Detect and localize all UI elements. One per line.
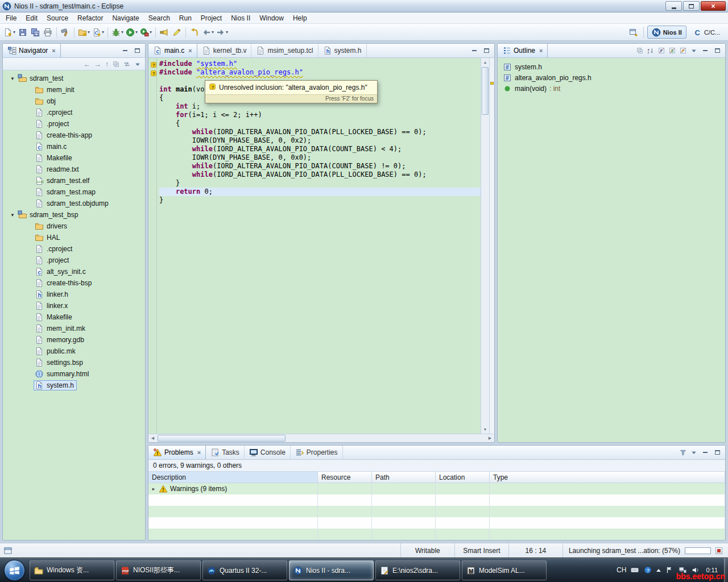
menu-source[interactable]: Source [42,13,73,23]
filter-public-icon[interactable]: P [680,47,686,54]
column-header-description[interactable]: Description [148,472,318,483]
close-view-icon[interactable]: × [539,47,543,54]
tree-item-sdram-test-map[interactable]: sdram_test.map [3,186,145,198]
tree-item-summary-html[interactable]: summary.html [3,368,145,380]
dropdown-arrow-icon[interactable]: ▾ [88,30,90,35]
menu-navigate[interactable]: Navigate [107,13,143,23]
horizontal-scroll-thumb[interactable] [158,435,286,442]
dropdown-arrow-icon[interactable]: ▾ [135,30,138,35]
outline-item-main-void[interactable]: main(void) : int [498,83,725,94]
editor-tab-kernel-tb-v[interactable]: kernel_tb.v [197,44,252,57]
view-menu-icon[interactable] [690,449,697,456]
tree-item-sdram-test-elf[interactable]: 1010sdram_test.elf [3,175,145,186]
menu-refactor[interactable]: Refactor [73,13,107,23]
minimize-view-icon[interactable] [701,449,709,456]
dropdown-arrow-icon[interactable]: ▾ [226,30,228,35]
filter-static-icon[interactable]: S [669,47,676,54]
tree-item-linker-x[interactable]: linker.x [3,300,145,311]
navigator-tab[interactable]: Navigator × [3,44,61,57]
tree-item-create-this-app[interactable]: create-this-app [3,130,145,141]
column-header-path[interactable]: Path [372,472,436,483]
menu-nios-ii[interactable]: Nios II [226,13,255,23]
table-row[interactable] [148,506,725,517]
filter-fields-icon[interactable]: F [658,47,665,54]
menu-edit[interactable]: Edit [21,13,42,23]
column-header-resource[interactable]: Resource [318,472,372,483]
stop-progress-button[interactable] [715,547,722,554]
tree-item-public-mk[interactable]: public.mk [3,346,145,357]
taskbar-button-windows[interactable]: Windows 资... [30,560,114,580]
taskbar-button-quartus-ii-32[interactable]: Quartus II 32-... [202,560,287,580]
up-level-icon[interactable]: ↑ [105,61,109,68]
perspective-nios-ii[interactable]: Nios II [647,26,686,39]
tree-item-sdram-test-bsp[interactable]: ▼sdram_test_bsp [3,209,145,221]
maximize-view-icon[interactable] [713,47,721,54]
forward-button[interactable]: ▾ [215,26,229,39]
minimize-view-icon[interactable] [701,47,709,54]
taskbar-button-nios-ii-sdra[interactable]: Nios II - sdra... [289,560,374,580]
view-tab-tasks[interactable]: Tasks [206,446,245,459]
code-area[interactable]: ? Unresolved inclusion: "altera_avalon_p… [157,58,481,434]
table-row[interactable] [148,517,725,529]
new-c-file-button[interactable]: C▾ [91,26,105,39]
menu-window[interactable]: Window [255,13,288,23]
tree-item-sdram-test-objdump[interactable]: sdram_test.objdump [3,198,145,209]
tree-item-project[interactable]: .project [3,118,145,130]
tree-item-create-this-bsp[interactable]: create-this-bsp [3,277,145,289]
vertical-scroll-thumb[interactable] [482,67,489,115]
last-edit-location-button[interactable] [188,26,201,39]
tree-item-drivers[interactable]: drivers [3,221,145,232]
dropdown-arrow-icon[interactable]: ▾ [102,30,104,35]
new-folder-button[interactable]: ▾ [77,26,91,39]
show-hidden-icons[interactable] [656,569,661,572]
expander-icon[interactable]: ▼ [9,76,16,81]
taskbar-button-niosii[interactable]: PDFNIOSII那些事... [116,560,201,580]
dropdown-arrow-icon[interactable]: ▾ [150,30,152,35]
outline-item-system-h[interactable]: #system.h [498,61,725,72]
tree-item-hal[interactable]: HAL [3,232,145,243]
minimize-view-icon[interactable] [470,47,478,54]
close-view-icon[interactable]: × [52,47,55,54]
debug-button[interactable]: ▾ [110,26,125,39]
taskbar-button-modelsim-al[interactable]: MModelSim AL... [462,560,547,580]
view-menu-icon[interactable] [690,47,697,54]
menu-search[interactable]: Search [144,13,175,23]
tree-item-mem-init[interactable]: mem_init [3,84,145,95]
minimize-button[interactable] [665,1,682,11]
close-tab-icon[interactable]: × [188,47,192,54]
menu-file[interactable]: File [1,13,21,23]
forward-view-icon[interactable]: → [94,61,101,68]
save-all-button[interactable] [29,26,42,39]
maximize-view-icon[interactable] [482,47,490,54]
start-button[interactable] [4,560,25,581]
action-center-flag-icon[interactable] [665,566,674,575]
mark-occurrences-button[interactable] [171,26,183,39]
view-tab-console[interactable]: Console [245,446,291,459]
taskbar-button-e-nios2-sdra[interactable]: E:\nios2\sdra... [375,560,460,580]
dropdown-arrow-icon[interactable]: ▾ [13,30,15,35]
language-indicator[interactable]: CH [617,566,626,574]
column-header-location[interactable]: Location [436,472,490,483]
outline-item-altera-avalon-pio-regs-h[interactable]: #altera_avalon_pio_regs.h [498,72,725,83]
tree-item-cproject[interactable]: .cproject [3,107,145,118]
scroll-up-icon[interactable]: ▲ [481,58,489,66]
close-button[interactable]: × [701,1,726,11]
table-row[interactable] [148,540,725,541]
maximize-view-icon[interactable] [713,449,721,456]
tree-item-linker-h[interactable]: hlinker.h [3,289,145,300]
editor-tab-msim-setup-tcl[interactable]: msim_setup.tcl [251,44,318,57]
dropdown-arrow-icon[interactable]: ▾ [121,30,123,35]
tree-item-makefile[interactable]: Makefile [3,152,145,164]
column-header-type[interactable]: Type [490,472,725,483]
filter-icon[interactable] [680,449,686,456]
navigator-tree[interactable]: ▼sdram_testmem_initobj.cproject.projectc… [3,70,145,540]
editor-tab-main-c[interactable]: cmain.c× [148,44,197,57]
save-button[interactable] [16,26,29,39]
external-tools-button[interactable]: ▾ [139,26,153,39]
help-icon[interactable]: ? [643,566,652,575]
back-view-icon[interactable]: ← [84,61,90,68]
tree-item-cproject[interactable]: .cproject [3,243,145,255]
view-tab-properties[interactable]: Properties [291,446,343,459]
tree-item-system-h[interactable]: hsystem.h [3,380,145,391]
expander-icon[interactable]: ▼ [9,213,16,218]
